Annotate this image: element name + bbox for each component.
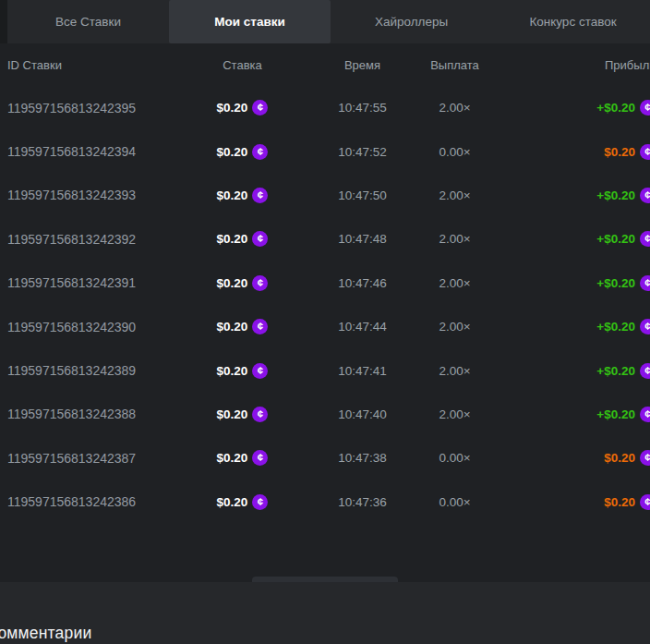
bet-profit-cell: $0.20 ¢ (512, 450, 650, 466)
bet-payout-cell: 0.00× (429, 451, 512, 465)
bets-tab-bar: Все СтавкиМои ставкиХайроллерыКонкурс ст… (7, 0, 650, 43)
bet-time-cell: 10:47:40 (272, 407, 429, 421)
bet-time-cell: 10:47:46 (272, 276, 429, 290)
bet-amount: $0.20 (217, 495, 248, 509)
tab[interactable]: Мои ставки (169, 0, 331, 43)
bet-payout-cell: 2.00× (429, 101, 512, 115)
coin-icon: ¢ (640, 275, 650, 291)
bet-amount: $0.20 (217, 188, 248, 202)
bet-amount: $0.20 (217, 232, 248, 246)
bet-amount: $0.20 (217, 320, 248, 334)
coin-icon: ¢ (640, 188, 650, 203)
bet-id-cell: 119597156813242393 (7, 188, 212, 202)
table-row: 119597156813242390 $0.20 ¢ 10:47:44 2.00… (0, 305, 650, 348)
bet-id-cell: 119597156813242390 (7, 320, 212, 334)
bet-time-cell: 10:47:48 (272, 232, 429, 246)
bet-payout-cell: 2.00× (429, 276, 512, 290)
coin-icon: ¢ (640, 407, 650, 422)
coin-icon: ¢ (252, 100, 268, 115)
table-body: 119597156813242395 $0.20 ¢ 10:47:55 2.00… (0, 86, 650, 524)
bets-table-panel: ID Ставки Ставка Время Выплата Прибыль 1… (0, 43, 650, 582)
profit-amount: +$0.20 (596, 320, 635, 334)
bet-id-cell: 119597156813242386 (7, 494, 212, 509)
table-row: 119597156813242387 $0.20 ¢ 10:47:38 0.00… (0, 436, 650, 480)
profit-amount: $0.20 (604, 495, 635, 509)
bet-amount: $0.20 (217, 407, 248, 421)
bet-amount-cell: $0.20 ¢ (212, 231, 272, 247)
table-row: 119597156813242386 $0.20 ¢ 10:47:36 0.00… (0, 480, 650, 524)
coin-icon: ¢ (252, 407, 268, 422)
bet-profit-cell: +$0.20 ¢ (512, 100, 650, 115)
column-header-payout: Выплата (429, 58, 512, 72)
coin-icon: ¢ (252, 450, 268, 466)
bet-amount-cell: $0.20 ¢ (212, 407, 272, 422)
table-row: 119597156813242395 $0.20 ¢ 10:47:55 2.00… (0, 86, 650, 129)
bet-time-cell: 10:47:36 (272, 495, 429, 509)
bet-amount: $0.20 (217, 276, 248, 290)
profit-amount: $0.20 (604, 145, 635, 159)
bet-profit-cell: +$0.20 ¢ (512, 363, 650, 379)
coin-icon: ¢ (252, 275, 268, 291)
column-header-bet: Ставка (212, 58, 272, 72)
table-row: 119597156813242394 $0.20 ¢ 10:47:52 0.00… (0, 129, 650, 173)
coin-icon: ¢ (640, 100, 650, 115)
coin-icon: ¢ (252, 231, 268, 247)
bet-id-cell: 119597156813242394 (7, 144, 212, 159)
bet-profit-cell: +$0.20 ¢ (512, 231, 650, 247)
coin-icon: ¢ (640, 494, 650, 510)
bet-amount: $0.20 (217, 101, 248, 115)
bet-profit-cell: +$0.20 ¢ (512, 319, 650, 334)
coin-icon: ¢ (640, 363, 650, 379)
bet-id-cell: 119597156813242389 (7, 363, 212, 378)
tab[interactable]: Хайроллеры (331, 0, 492, 43)
bet-amount-cell: $0.20 ¢ (212, 144, 272, 160)
table-row: 119597156813242391 $0.20 ¢ 10:47:46 2.00… (0, 261, 650, 305)
tab[interactable]: Конкурс ставок (492, 0, 650, 43)
bet-time-cell: 10:47:38 (272, 451, 429, 465)
bet-amount: $0.20 (217, 145, 248, 159)
bet-payout-cell: 0.00× (429, 145, 512, 159)
bet-payout-cell: 2.00× (429, 188, 512, 202)
bet-amount: $0.20 (217, 364, 248, 378)
coin-icon: ¢ (252, 319, 268, 334)
bet-payout-cell: 2.00× (429, 320, 512, 334)
table-row: 119597156813242389 $0.20 ¢ 10:47:41 2.00… (0, 348, 650, 392)
profit-amount: +$0.20 (596, 364, 635, 378)
comments-title: Комментарии (0, 624, 91, 643)
table-row: 119597156813242393 $0.20 ¢ 10:47:50 2.00… (0, 174, 650, 217)
profit-amount: +$0.20 (596, 101, 635, 115)
bet-amount-cell: $0.20 ¢ (212, 363, 272, 379)
coin-icon: ¢ (252, 188, 268, 203)
column-header-time: Время (272, 58, 429, 72)
table-header: ID Ставки Ставка Время Выплата Прибыль (0, 43, 650, 86)
bet-profit-cell: +$0.20 ¢ (512, 275, 650, 291)
bet-payout-cell: 2.00× (429, 232, 512, 246)
bet-amount-cell: $0.20 ¢ (212, 275, 272, 291)
bet-amount-cell: $0.20 ¢ (212, 100, 272, 115)
profit-amount: +$0.20 (596, 276, 635, 290)
coin-icon: ¢ (252, 494, 268, 510)
bet-profit-cell: +$0.20 ¢ (512, 407, 650, 422)
profit-amount: $0.20 (604, 451, 635, 465)
bet-id-cell: 119597156813242391 (7, 275, 212, 290)
bet-amount-cell: $0.20 ¢ (212, 450, 272, 466)
bet-payout-cell: 2.00× (429, 407, 512, 421)
table-row: 119597156813242388 $0.20 ¢ 10:47:40 2.00… (0, 393, 650, 436)
column-header-profit: Прибыль (512, 58, 650, 72)
bet-time-cell: 10:47:44 (272, 320, 429, 334)
bet-amount-cell: $0.20 ¢ (212, 494, 272, 510)
bet-id-cell: 119597156813242392 (7, 232, 212, 247)
bet-amount-cell: $0.20 ¢ (212, 319, 272, 334)
bet-time-cell: 10:47:41 (272, 364, 429, 378)
bet-time-cell: 10:47:55 (272, 101, 429, 115)
bet-id-cell: 119597156813242387 (7, 451, 212, 466)
column-header-id: ID Ставки (7, 58, 212, 72)
coin-icon: ¢ (252, 363, 268, 379)
bet-time-cell: 10:47:50 (272, 188, 429, 202)
coin-icon: ¢ (640, 231, 650, 247)
bet-profit-cell: $0.20 ¢ (512, 144, 650, 160)
coin-icon: ¢ (640, 450, 650, 466)
coin-icon: ¢ (640, 144, 650, 160)
bet-profit-cell: $0.20 ¢ (512, 494, 650, 510)
tab[interactable]: Все Ставки (7, 0, 169, 43)
